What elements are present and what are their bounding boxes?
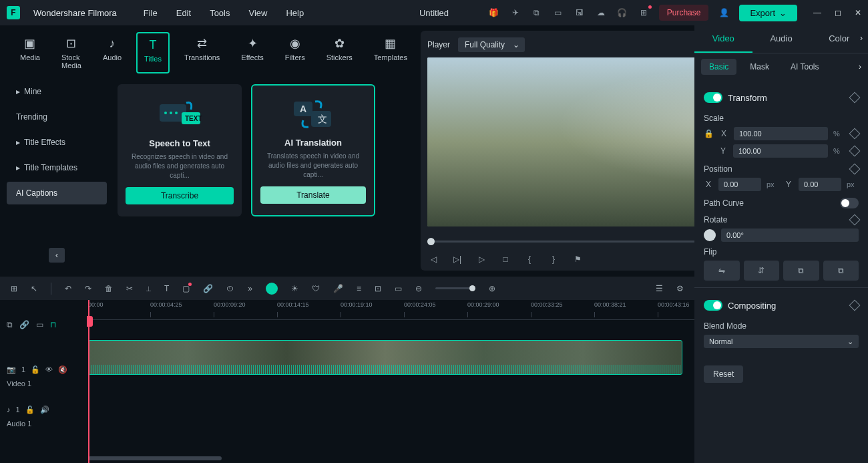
link-icon[interactable]: 🔗: [203, 284, 213, 293]
copy-button[interactable]: ⧉: [783, 261, 819, 281]
text-icon[interactable]: T: [164, 284, 169, 293]
keyframe-icon[interactable]: [849, 300, 861, 311]
lock-icon[interactable]: 🔓: [25, 406, 35, 414]
compositing-toggle[interactable]: [704, 300, 722, 311]
screen-icon[interactable]: ⧉: [531, 7, 543, 19]
minimize-icon[interactable]: —: [813, 8, 821, 17]
menu-file[interactable]: File: [144, 8, 158, 18]
tab-color[interactable]: Color: [810, 25, 868, 53]
marker-icon[interactable]: ⚑: [572, 255, 584, 264]
chevron-right-icon[interactable]: ›: [859, 62, 861, 71]
link-track-icon[interactable]: 🔗: [19, 320, 29, 325]
sidebar-item-ai-captions[interactable]: AI Captions: [7, 182, 107, 204]
rotate-input[interactable]: 0.00°: [721, 228, 859, 242]
headphone-icon[interactable]: 🎧: [616, 7, 628, 19]
timeline-ruler[interactable]: 00:00 00:00:04:25 00:00:09:20 00:00:14:1…: [87, 300, 694, 320]
avatar-icon[interactable]: 👤: [718, 7, 730, 19]
mixer-icon[interactable]: ≡: [357, 284, 361, 293]
tab-titles[interactable]: TTitles: [136, 32, 170, 73]
menu-view[interactable]: View: [248, 8, 267, 18]
scale-y-input[interactable]: 100.00: [733, 144, 828, 158]
redo-icon[interactable]: ↷: [85, 284, 91, 293]
keyframe-icon[interactable]: [849, 146, 861, 157]
box-icon[interactable]: ▢: [182, 284, 190, 293]
tab-media[interactable]: ▣Media: [13, 32, 47, 73]
lock-icon[interactable]: 🔓: [31, 365, 40, 374]
tab-templates[interactable]: ▦Templates: [367, 32, 414, 73]
tab-stock-media[interactable]: ⊡Stock Media: [55, 32, 88, 73]
sidebar-item-title-templates[interactable]: ▸Title Templates: [7, 156, 107, 179]
save-icon[interactable]: 🖫: [574, 7, 586, 19]
caption-icon[interactable]: ▭: [395, 284, 402, 293]
sidebar-item-mine[interactable]: ▸Mine: [7, 80, 107, 103]
timeline-tracks[interactable]: 00:00 00:00:04:25 00:00:09:20 00:00:14:1…: [87, 300, 694, 463]
tab-filters[interactable]: ◉Filters: [278, 32, 312, 73]
music-icon[interactable]: ♪: [7, 406, 11, 414]
video-clip[interactable]: [88, 340, 682, 375]
tab-audio[interactable]: ♪Audio: [96, 32, 128, 73]
ai-icon[interactable]: [266, 283, 278, 295]
select-icon[interactable]: ↖: [31, 284, 37, 293]
apps-icon[interactable]: ⊞: [638, 7, 650, 19]
send-icon[interactable]: ✈: [509, 7, 521, 19]
stop-icon[interactable]: □: [499, 255, 511, 264]
pos-y-input[interactable]: 0.00: [799, 178, 841, 191]
keyframe-icon[interactable]: [849, 214, 861, 226]
layout-icon[interactable]: ⊞: [11, 284, 17, 293]
pos-x-input[interactable]: 0.00: [718, 178, 761, 191]
paste-button[interactable]: ⧉: [823, 261, 859, 281]
zoom-in-icon[interactable]: ⊕: [489, 284, 495, 293]
timeline-scrollbar[interactable]: [88, 456, 222, 460]
tab-effects[interactable]: ✦Effects: [234, 32, 270, 73]
rotate-dial-icon[interactable]: [704, 229, 716, 241]
delete-icon[interactable]: 🗑: [105, 284, 113, 293]
mic-icon[interactable]: 🎤: [333, 284, 343, 293]
more-icon[interactable]: »: [248, 284, 252, 293]
export-button[interactable]: Export⌄: [739, 5, 797, 21]
purchase-button[interactable]: Purchase: [659, 5, 709, 21]
tab-video[interactable]: Video: [694, 25, 752, 53]
eye-icon[interactable]: 👁: [45, 365, 53, 374]
tab-audio[interactable]: Audio: [752, 25, 811, 53]
subtab-ai-tools[interactable]: AI Tools: [783, 59, 827, 75]
blend-dropdown[interactable]: Normal⌄: [704, 335, 859, 348]
card-ai-translation[interactable]: A文 AI Translation Translates speech in v…: [251, 84, 375, 216]
tab-transitions[interactable]: ⇄Transitions: [178, 32, 226, 73]
settings-icon[interactable]: ⚙: [676, 284, 684, 293]
sidebar-item-title-effects[interactable]: ▸Title Effects: [7, 131, 107, 154]
zoom-out-icon[interactable]: ⊖: [415, 284, 422, 293]
flip-horizontal-button[interactable]: ⇋: [704, 261, 740, 281]
collapse-sidebar-button[interactable]: ‹: [49, 248, 65, 263]
crop-icon[interactable]: ⟂: [146, 284, 151, 293]
transform-toggle[interactable]: [704, 92, 722, 103]
track-icon[interactable]: ⧉: [7, 320, 13, 325]
keyframe-icon[interactable]: [849, 164, 861, 175]
gift-icon[interactable]: 🎁: [488, 7, 500, 19]
keyframe-icon[interactable]: [849, 92, 861, 104]
mute-icon[interactable]: 🔇: [58, 365, 67, 374]
record-icon[interactable]: ⊡: [375, 284, 381, 293]
lock-icon[interactable]: 🔒: [704, 129, 714, 138]
list-icon[interactable]: ☰: [656, 284, 663, 293]
keyframe-icon[interactable]: [849, 128, 861, 140]
scale-x-input[interactable]: 100.00: [734, 127, 828, 140]
pathcurve-toggle[interactable]: [840, 198, 859, 208]
tab-stickers[interactable]: ✿Stickers: [320, 32, 359, 73]
cloud-icon[interactable]: ☁: [595, 7, 607, 19]
track-icon2[interactable]: ▭: [36, 320, 43, 325]
monitor-icon[interactable]: ▭: [552, 7, 564, 19]
mark-out-icon[interactable]: }: [548, 255, 560, 264]
prev-frame-icon[interactable]: ◁: [427, 255, 439, 264]
light-icon[interactable]: ☀: [291, 284, 298, 293]
mark-in-icon[interactable]: {: [523, 255, 535, 264]
chevron-right-icon[interactable]: ›: [860, 33, 863, 43]
scrubber-thumb[interactable]: [427, 238, 435, 245]
card-speech-to-text[interactable]: TEXT Speech to Text Recognizes speech in…: [118, 84, 242, 216]
reset-button[interactable]: Reset: [704, 365, 743, 383]
prev-icon[interactable]: ▷|: [451, 255, 463, 264]
transcribe-button[interactable]: Transcribe: [126, 187, 234, 204]
subtab-basic[interactable]: Basic: [701, 59, 736, 75]
sidebar-item-trending[interactable]: Trending: [7, 106, 107, 128]
speed-icon[interactable]: ⏲: [226, 284, 234, 293]
translate-button[interactable]: Translate: [260, 186, 366, 204]
